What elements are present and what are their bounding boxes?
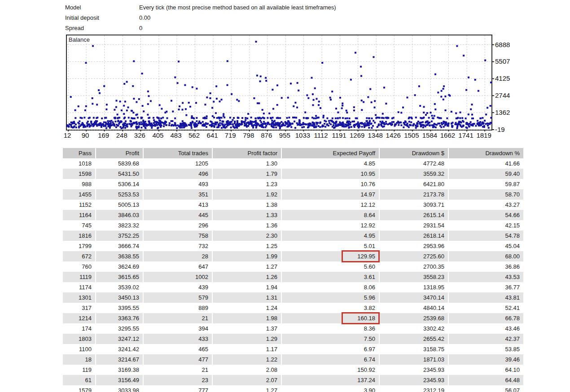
balance-point bbox=[78, 126, 80, 127]
cell-total-trades: 394 bbox=[144, 323, 213, 334]
table-row[interactable]: 11193615.6510021.263.613558.2343.53 bbox=[63, 272, 523, 282]
balance-point bbox=[127, 123, 128, 125]
table-row[interactable]: 183214.674771.226.741871.0339.46 bbox=[63, 354, 523, 365]
table-row[interactable]: 7603624.696471.275.602700.3536.86 bbox=[63, 261, 523, 272]
header-cell-expected-payoff[interactable]: Expected Payoff bbox=[282, 148, 380, 158]
optimization-results-table: PassProfitTotal tradesProfit factorExpec… bbox=[63, 148, 523, 392]
chart-title: Balance bbox=[69, 36, 92, 43]
table-row[interactable]: 613156.49232.07137.242345.9364.48 bbox=[63, 375, 523, 385]
balance-point bbox=[369, 88, 371, 90]
balance-point bbox=[460, 121, 461, 123]
balance-point bbox=[427, 123, 429, 125]
balance-point bbox=[474, 79, 476, 81]
balance-point bbox=[124, 127, 126, 129]
balance-point bbox=[186, 125, 188, 127]
balance-point bbox=[230, 126, 232, 128]
header-cell-profit-factor[interactable]: Profit factor bbox=[213, 148, 282, 158]
balance-point bbox=[246, 126, 248, 128]
balance-point bbox=[234, 121, 236, 123]
header-cell-pass[interactable]: Pass bbox=[63, 148, 96, 158]
balance-scatter-chart bbox=[66, 35, 492, 131]
balance-point bbox=[346, 112, 348, 113]
balance-point bbox=[262, 109, 263, 111]
cell-total-trades: 445 bbox=[144, 210, 213, 220]
table-row[interactable]: 6723638.55281.99129.952725.6068.00 bbox=[63, 251, 523, 261]
header-cell-profit[interactable]: Profit bbox=[96, 148, 144, 158]
balance-point bbox=[315, 115, 317, 117]
balance-point bbox=[309, 122, 311, 124]
balance-point bbox=[331, 91, 333, 92]
balance-point bbox=[366, 117, 368, 119]
balance-point bbox=[159, 104, 161, 106]
table-row[interactable]: 11743539.024391.948.061318.9536.77 bbox=[63, 282, 523, 292]
balance-point bbox=[216, 98, 218, 100]
balance-point bbox=[223, 113, 224, 115]
balance-point bbox=[215, 85, 217, 87]
cell-total-trades: 21 bbox=[144, 313, 213, 323]
table-row[interactable]: 17993666.747321.255.012953.9645.04 bbox=[63, 241, 523, 251]
table-row[interactable]: 3173395.558891.243.824840.1452.41 bbox=[63, 303, 523, 313]
balance-point bbox=[443, 85, 445, 87]
cell-profit: 3450.13 bbox=[96, 292, 144, 303]
balance-point bbox=[301, 126, 303, 128]
cell-drawdown: 2539.68 bbox=[380, 313, 449, 323]
balance-point bbox=[398, 111, 399, 113]
table-row[interactable]: 10185839.6812051.304.854772.4841.66 bbox=[63, 158, 523, 169]
balance-point bbox=[106, 104, 108, 105]
balance-point bbox=[294, 127, 296, 129]
table-row[interactable]: 15985431.504961.7910.953559.3259.40 bbox=[63, 169, 523, 179]
balance-point bbox=[141, 123, 143, 125]
balance-point bbox=[440, 118, 442, 119]
table-row[interactable]: 12143363.76211.98160.182539.6866.78 bbox=[63, 313, 523, 323]
balance-point bbox=[374, 100, 376, 102]
table-row[interactable]: 14555253.533511.9214.972173.7858.70 bbox=[63, 189, 523, 200]
balance-point bbox=[437, 123, 439, 125]
balance-point bbox=[415, 117, 417, 118]
test-settings-block: Model Every tick (the most precise metho… bbox=[65, 2, 336, 33]
table-row[interactable]: 13013450.135791.315.963470.1443.81 bbox=[63, 292, 523, 303]
table-row[interactable]: 11003241.424651.176.973158.7553.85 bbox=[63, 344, 523, 354]
balance-point bbox=[347, 124, 349, 126]
table-row[interactable]: 15793033.987771.273.902312.1956.07 bbox=[63, 385, 523, 392]
header-cell-drawdown[interactable]: Drawdown $ bbox=[380, 148, 449, 158]
cell-pass: 1164 bbox=[63, 210, 96, 220]
balance-point bbox=[160, 126, 162, 128]
balance-point bbox=[88, 123, 90, 125]
balance-point bbox=[181, 125, 183, 126]
table-row[interactable]: 1743295.553941.378.363302.4243.46 bbox=[63, 323, 523, 334]
header-cell-drawdown[interactable]: Drawdown % bbox=[449, 148, 523, 158]
balance-point bbox=[367, 96, 369, 98]
balance-point bbox=[109, 120, 111, 122]
cell-drawdown: 43.46 bbox=[449, 323, 523, 334]
cell-total-trades: 433 bbox=[144, 334, 213, 344]
balance-point bbox=[363, 101, 364, 103]
balance-point bbox=[386, 123, 387, 125]
balance-point bbox=[434, 109, 436, 110]
balance-point bbox=[461, 117, 463, 119]
balance-point bbox=[115, 106, 117, 108]
header-cell-total-trades[interactable]: Total trades bbox=[144, 148, 213, 158]
cell-profit: 3823.32 bbox=[96, 220, 144, 231]
balance-point bbox=[329, 97, 331, 99]
balance-point bbox=[245, 119, 246, 121]
table-row[interactable]: 7453823.322961.3612.922931.5442.15 bbox=[63, 220, 523, 231]
balance-point bbox=[98, 89, 100, 91]
table-row[interactable]: 9885306.144931.2310.766421.8059.87 bbox=[63, 179, 523, 189]
table-row[interactable]: 11525005.134131.3812.123093.7143.27 bbox=[63, 200, 523, 210]
balance-point bbox=[290, 126, 292, 128]
balance-point bbox=[313, 99, 315, 101]
y-axis-tick-label: 6888 bbox=[495, 41, 510, 48]
balance-point bbox=[400, 124, 402, 126]
balance-point bbox=[119, 100, 121, 102]
table-row[interactable]: 18033247.124331.297.502655.4242.37 bbox=[63, 334, 523, 344]
table-row[interactable]: 1193169.38212.08150.922345.9364.10 bbox=[63, 365, 523, 375]
table-row[interactable]: 11643846.034451.338.642615.1454.66 bbox=[63, 210, 523, 220]
balance-point bbox=[260, 122, 262, 123]
balance-point bbox=[463, 121, 465, 122]
balance-point bbox=[488, 127, 490, 129]
table-row[interactable]: 18163752.257582.304.952618.1454.78 bbox=[63, 231, 523, 241]
cell-drawdown: 45.04 bbox=[449, 241, 523, 251]
cell-drawdown: 2312.19 bbox=[380, 385, 449, 392]
balance-point bbox=[263, 118, 265, 119]
balance-point bbox=[192, 122, 194, 123]
